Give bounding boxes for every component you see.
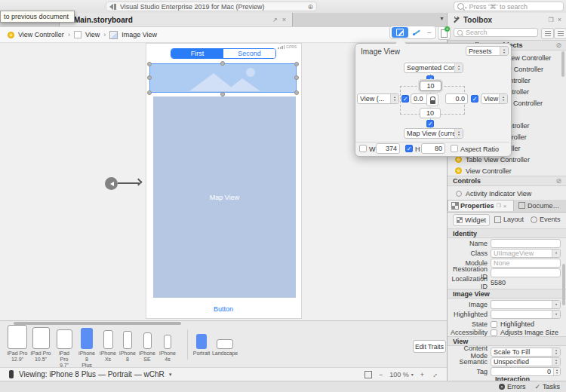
selection-handle[interactable] [294, 90, 299, 95]
landscape-icon [217, 339, 233, 349]
bottom-constraint-checkbox[interactable]: ✓ [426, 120, 434, 127]
tab-main-storyboard[interactable]: Main.storyboard ↗ × [59, 13, 293, 26]
global-search-input[interactable]: ▾ Press '⌘' to search [454, 2, 564, 11]
image-view[interactable] [149, 63, 297, 93]
zoom-in-button[interactable]: + [420, 371, 424, 378]
constraint-edit-button[interactable] [392, 27, 408, 38]
layout-tab-button[interactable]: Layout [494, 216, 524, 223]
device-iphone-8[interactable]: iPhone 8 [118, 331, 137, 363]
map-view[interactable]: Map View [153, 96, 296, 298]
tasks-button[interactable]: ✓ Tasks [534, 383, 560, 390]
fit-page-icon[interactable] [365, 371, 372, 378]
orientation-portrait[interactable]: Portrait [191, 334, 212, 357]
pin-icon [413, 29, 420, 36]
close-panel-icon[interactable]: × [503, 203, 507, 210]
device-iphone-se[interactable]: iPhone SE [138, 332, 156, 363]
edit-traits-button[interactable]: Edit Traits [413, 340, 446, 353]
collapse-icon[interactable]: ⊘ [555, 177, 561, 185]
entry-point-icon[interactable] [105, 177, 118, 190]
segment-first[interactable]: First [171, 49, 223, 58]
height-checkbox[interactable]: ✓ [405, 145, 413, 152]
aspect-ratio-checkbox[interactable] [451, 145, 458, 152]
viewing-label[interactable]: Viewing: iPhone 8 Plus — Portrait — wChR [19, 370, 165, 378]
tab-document-outline[interactable]: Document Outline [515, 200, 566, 211]
top-spacing-field[interactable]: 10 [420, 81, 441, 91]
selection-handle[interactable] [294, 62, 299, 66]
device-ipad-pro-97[interactable]: iPad Pro9.7" [54, 329, 74, 369]
bottom-spacing-field[interactable]: 10 [420, 108, 441, 118]
width-field[interactable]: 374 [376, 143, 400, 154]
selection-handle[interactable] [294, 75, 299, 80]
selection-handle[interactable] [220, 92, 225, 96]
segment-second[interactable]: Second [223, 49, 275, 58]
restoration-id-field[interactable] [491, 268, 561, 277]
width-checkbox[interactable] [359, 145, 367, 152]
vs-mac-window: Visual Studio Enterprise 2019 for Mac (P… [0, 0, 566, 392]
iphone-icon [164, 335, 171, 349]
device-iphone-xs[interactable]: iPhone Xs [98, 330, 118, 363]
toolbox-compact-view-button[interactable] [554, 28, 566, 39]
segmented-control[interactable]: First Second [171, 48, 276, 59]
height-field[interactable]: 80 [421, 143, 445, 154]
widget-tab-button[interactable]: Widget [453, 214, 490, 226]
breadcrumb-view[interactable]: View [85, 31, 100, 38]
events-tab-button[interactable]: Events [531, 216, 561, 223]
adjusts-image-size-checkbox[interactable] [491, 329, 497, 336]
toolbox-search-input[interactable]: Search [454, 28, 538, 37]
size-lock-button[interactable] [426, 93, 438, 106]
device-ipad-pro-129[interactable]: iPad Pro12.9" [6, 325, 29, 363]
trailing-anchor-popup[interactable]: View (... ▴▾ [481, 93, 508, 104]
preview-icon[interactable]: ↗ [272, 17, 278, 23]
trailing-spacing-field[interactable]: 0.0 [445, 93, 468, 104]
button-control[interactable]: Button [193, 305, 254, 313]
name-field[interactable] [491, 239, 561, 248]
add-document-button[interactable] [438, 26, 451, 40]
selection-handle[interactable] [147, 75, 152, 80]
toolbox-section-controls[interactable]: Controls ⊘ [448, 176, 566, 186]
close-panel-icon[interactable]: × [558, 16, 561, 23]
bottom-anchor-popup[interactable]: Map View (curren... ▴▾ [404, 128, 463, 139]
selection-handle[interactable] [147, 90, 152, 95]
selection-handle[interactable] [220, 61, 225, 66]
top-anchor-popup[interactable]: Segmented Contr... ▴▾ [404, 63, 463, 73]
trailing-constraint-checkbox[interactable]: ✓ [471, 95, 478, 103]
content-mode-popup[interactable]: Scale To Fill ▴▾ [491, 348, 561, 357]
chevron-down-icon[interactable]: ▼ [168, 372, 173, 377]
close-tab-icon[interactable]: × [282, 16, 286, 23]
presets-popup[interactable]: Presets ▴▾ [466, 46, 509, 56]
properties-scrollbar[interactable] [562, 264, 565, 305]
zoom-out-button[interactable]: − [379, 371, 383, 378]
selection-handle[interactable] [147, 62, 152, 66]
orientation-landscape[interactable]: Landscape [213, 339, 237, 357]
state-highlighted-checkbox[interactable] [491, 321, 497, 328]
feedback-icon[interactable]: ⊕ [307, 3, 313, 11]
errors-button[interactable]: × Errors [499, 383, 526, 390]
breadcrumb-image-view[interactable]: Image View [122, 31, 157, 38]
device-iphone-4s[interactable]: iPhone 4s [158, 335, 177, 363]
module-field[interactable]: None [491, 259, 561, 268]
toolbox-scrollbar[interactable] [561, 51, 564, 77]
image-combo[interactable]: ▾ [491, 300, 561, 309]
device-iphone-8-plus[interactable]: iPhone 8Plus [77, 328, 97, 369]
toolbox-item[interactable]: View Controller [455, 166, 512, 176]
collapse-icon[interactable]: ⊘ [555, 41, 561, 49]
breadcrumb-view-controller[interactable]: View Controller [18, 31, 64, 38]
expand-icon[interactable]: ↔ [429, 369, 439, 379]
toolbox-list-view-button[interactable] [541, 28, 554, 39]
semantic-popup[interactable]: Unspecified ▴▾ [491, 357, 561, 366]
remove-constraints-button[interactable]: − [425, 29, 434, 37]
leading-anchor-popup[interactable]: View (... ▴▾ [357, 93, 399, 104]
tab-overflow-icon[interactable]: ▼ [439, 16, 444, 21]
dock-icon[interactable]: ❐ [497, 203, 501, 209]
canvas-horizontal-scrollbar[interactable] [14, 322, 181, 325]
dock-icon[interactable]: ❐ [549, 17, 554, 23]
stepper-icon[interactable]: ▴▾ [553, 368, 560, 375]
device-ipad-pro-105[interactable]: iPad Pro10.5" [30, 327, 51, 363]
zoom-level[interactable]: 100 %▾ [389, 371, 414, 378]
toolbox-item[interactable]: Activity Indicator View [456, 188, 531, 198]
class-combo[interactable]: UIImageView ▾ [491, 249, 561, 258]
pin-constraints-button[interactable] [410, 27, 423, 38]
leading-constraint-checkbox[interactable]: ✓ [401, 95, 409, 103]
tab-properties[interactable]: Properties ❐ × [448, 200, 514, 211]
highlighted-combo[interactable]: ▾ [491, 310, 561, 319]
